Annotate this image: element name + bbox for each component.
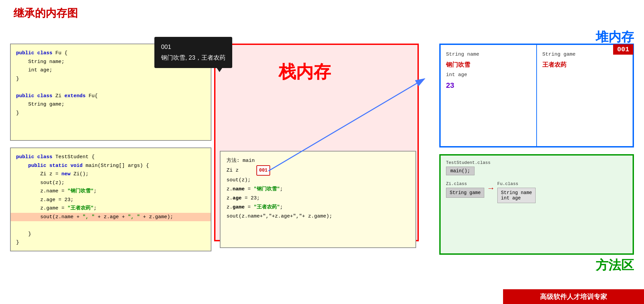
method-inner-row: Zi.class String game → Fu.class String n… bbox=[446, 181, 627, 203]
zi-class-label: Zi.class bbox=[446, 181, 484, 186]
stack-line-sout2: sout(z.name+","+z.age+","+ z.game); bbox=[227, 212, 409, 221]
code-line: } bbox=[16, 76, 19, 82]
tooltip-line2: 钢门吹雪, 23，王者农药 bbox=[161, 52, 226, 63]
tooltip-line1: 001 bbox=[161, 42, 226, 52]
code-line: } bbox=[16, 240, 19, 245]
code-line-highlighted: sout(z.name + ", " + z.age + ", " + z.ga… bbox=[11, 213, 211, 222]
code-line: public class Zi extends Fu{ bbox=[16, 93, 98, 99]
code-line: int age; bbox=[16, 67, 52, 73]
heap-right-panel: String game 王者农药 bbox=[537, 45, 633, 146]
zi-class-container: Zi.class String game bbox=[446, 181, 484, 198]
method-area-box: TestStudent.class main(); Zi.class Strin… bbox=[439, 154, 634, 255]
arrow-right-icon: → bbox=[488, 184, 493, 193]
code-line: } bbox=[16, 110, 19, 116]
stack-memory-label: 栈内存 bbox=[279, 60, 331, 84]
footer-bar: 高级软件人才培训专家 bbox=[503, 289, 644, 304]
stack-line-method: 方法: main bbox=[227, 156, 409, 165]
stack-line-game: z.game = "王者农药"; bbox=[227, 203, 409, 212]
stack-line-age: z.age = 23; bbox=[227, 194, 409, 203]
fu-class-container: Fu.class String name int age bbox=[497, 181, 536, 203]
fu-field-age: int age bbox=[501, 195, 532, 201]
code-line: public class TestStudent { bbox=[16, 154, 95, 160]
tooltip-popup: 001 钢门吹雪, 23，王者农药 bbox=[154, 37, 232, 68]
code-line: z.game = "王者农药"; bbox=[16, 205, 97, 211]
heap-badge-001: 001 bbox=[613, 44, 633, 55]
fu-class-label: Fu.class bbox=[497, 181, 536, 186]
heap-value-game: 王者农药 bbox=[542, 61, 627, 69]
fu-class-box: String name int age bbox=[497, 188, 536, 203]
main-method-box: main(); bbox=[446, 167, 475, 175]
zi-class-box: String game bbox=[446, 188, 484, 198]
code-line: sout(z); bbox=[16, 180, 64, 186]
heap-memory-box: 001 String name 钢门吹雪 int age 23 String g… bbox=[439, 44, 634, 147]
method-area-label: 方法区 bbox=[596, 257, 634, 274]
code-line: public static void main(String[] args) { bbox=[16, 163, 149, 169]
code-line: z.age = 23; bbox=[16, 197, 73, 203]
heap-field-int-age: int age bbox=[446, 72, 531, 78]
code-line: z.name = "钢门吹雪"; bbox=[16, 188, 97, 194]
code-line: public class Fu { bbox=[16, 50, 67, 56]
heap-value-name: 钢门吹雪 bbox=[446, 61, 531, 69]
page-title: 继承的内存图 bbox=[13, 6, 78, 21]
stack-line-zi: Zi z 001 bbox=[227, 165, 409, 176]
fu-field-name: String name bbox=[501, 190, 532, 195]
stack-inner-box: 方法: main Zi z 001 sout(z); z.name = "钢门吹… bbox=[220, 151, 416, 248]
heap-memory-label: 堆内存 bbox=[596, 28, 634, 46]
code-line: } bbox=[16, 231, 31, 237]
code-line: String name; bbox=[16, 59, 64, 65]
teststudent-class-label: TestStudent.class bbox=[446, 160, 627, 165]
code-box-teststudent: public class TestStudent { public static… bbox=[10, 147, 211, 251]
code-line: Zi z = new Zi(); bbox=[16, 171, 89, 177]
code-line: String game; bbox=[16, 102, 64, 107]
heap-value-age: 23 bbox=[446, 81, 531, 90]
stack-badge-001: 001 bbox=[256, 165, 270, 176]
stack-line-sout: sout(z); bbox=[227, 176, 409, 185]
stack-line-name: z.name = "钢门吹雪"; bbox=[227, 185, 409, 194]
heap-left-panel: String name 钢门吹雪 int age 23 bbox=[441, 45, 537, 146]
heap-field-string-name: String name bbox=[446, 52, 531, 57]
